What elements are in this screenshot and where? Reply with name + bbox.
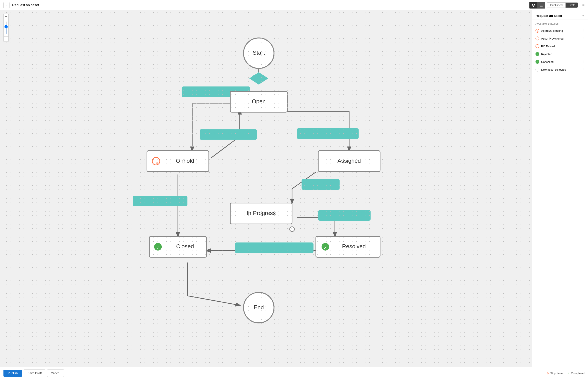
right-panel: Request an asset ✎ Available Statuses ○A… — [532, 10, 588, 367]
status-icon-po-raised: ○ — [536, 44, 539, 48]
status-label-new-asset-collected: New asset collected — [541, 68, 582, 71]
draft-button[interactable]: Draft — [566, 3, 578, 8]
status-icon-cancelled: ✓ — [536, 60, 539, 64]
status-item-new-asset-collected[interactable]: New asset collected⠿ — [534, 66, 586, 73]
bottom-bar: Publish Save Draft Cancel ⊙ Stop timer ✓… — [0, 367, 588, 379]
main-content: + − Open — [0, 10, 588, 367]
page-title: Request an asset — [12, 3, 529, 7]
panel-header: Request an asset ✎ — [532, 10, 588, 19]
svg-rect-0 — [532, 4, 533, 5]
drag-handle-new-asset-collected[interactable]: ⠿ — [582, 68, 585, 71]
svg-rect-9 — [540, 6, 543, 6]
publish-button[interactable]: Publish — [3, 370, 22, 377]
stop-timer-status: ⊙ Stop timer — [546, 372, 563, 375]
view-toggle — [529, 2, 545, 9]
zoom-out-button[interactable]: − — [3, 36, 9, 42]
diagram-icon — [532, 3, 535, 7]
svg-rect-7 — [540, 4, 543, 4]
drag-handle-cancelled[interactable]: ⠿ — [582, 60, 585, 63]
zoom-slider-wrap — [3, 19, 9, 36]
status-label-rejected: Rejected — [541, 52, 582, 56]
zoom-slider[interactable] — [6, 21, 6, 34]
canvas-area[interactable]: + − Open — [0, 10, 532, 367]
header: ← Request an asset — [0, 0, 588, 10]
completed-icon: ✓ — [567, 372, 570, 375]
published-button[interactable]: Published — [547, 3, 566, 8]
status-item-po-raised[interactable]: ○PO Raised⠿ — [534, 43, 586, 50]
drag-handle-rejected[interactable]: ⠿ — [582, 52, 585, 56]
list-view-button[interactable] — [537, 2, 545, 8]
status-label-approval-pending: Approval pending — [541, 29, 582, 32]
publish-draft-toggle: Published Draft — [547, 2, 578, 8]
header-controls: Published Draft ≡ — [529, 2, 585, 9]
list-icon — [539, 3, 543, 7]
status-icon-rejected: ✓ — [536, 52, 539, 56]
panel-title: Request an asset — [536, 14, 562, 17]
svg-rect-8 — [540, 5, 543, 5]
status-label-asset-provisioned: Asset Provisioned — [541, 37, 582, 40]
cancel-button[interactable]: Cancel — [47, 369, 64, 377]
drag-handle-approval-pending[interactable]: ⠿ — [582, 29, 585, 32]
completed-label[interactable]: Completed — [571, 372, 585, 375]
diagram-view-button[interactable] — [529, 2, 537, 8]
drag-handle-po-raised[interactable]: ⠿ — [582, 45, 585, 48]
status-item-approval-pending[interactable]: ○Approval pending⠿ — [534, 27, 586, 34]
status-icon-approval-pending: ○ — [536, 29, 539, 33]
status-label-cancelled: Cancelled — [541, 60, 582, 63]
status-list: ○Approval pending⠿○Asset Provisioned⠿○PO… — [532, 27, 588, 74]
drag-handle-asset-provisioned[interactable]: ⠿ — [582, 37, 585, 40]
completed-status: ✓ Completed — [567, 372, 585, 375]
status-label-po-raised: PO Raised — [541, 45, 582, 48]
menu-button[interactable]: ≡ — [582, 3, 585, 7]
status-item-rejected[interactable]: ✓Rejected⠿ — [534, 50, 586, 58]
bottom-right-controls: ⊙ Stop timer ✓ Completed — [546, 372, 585, 375]
stop-timer-icon: ⊙ — [546, 372, 549, 375]
zoom-in-button[interactable]: + — [3, 14, 9, 19]
zoom-controls: + − — [3, 14, 9, 42]
panel-section-title: Available Statuses — [532, 19, 588, 27]
status-icon-new-asset-collected — [536, 68, 539, 72]
status-item-cancelled[interactable]: ✓Cancelled⠿ — [534, 58, 586, 65]
panel-edit-icon[interactable]: ✎ — [582, 14, 585, 17]
status-item-asset-provisioned[interactable]: ○Asset Provisioned⠿ — [534, 35, 586, 42]
back-icon: ← — [5, 3, 8, 7]
svg-rect-1 — [534, 4, 535, 5]
canvas-background — [0, 10, 532, 367]
stop-timer-label[interactable]: Stop timer — [550, 372, 563, 375]
save-draft-button[interactable]: Save Draft — [24, 369, 45, 377]
back-button[interactable]: ← — [3, 2, 10, 8]
status-icon-asset-provisioned: ○ — [536, 36, 539, 40]
